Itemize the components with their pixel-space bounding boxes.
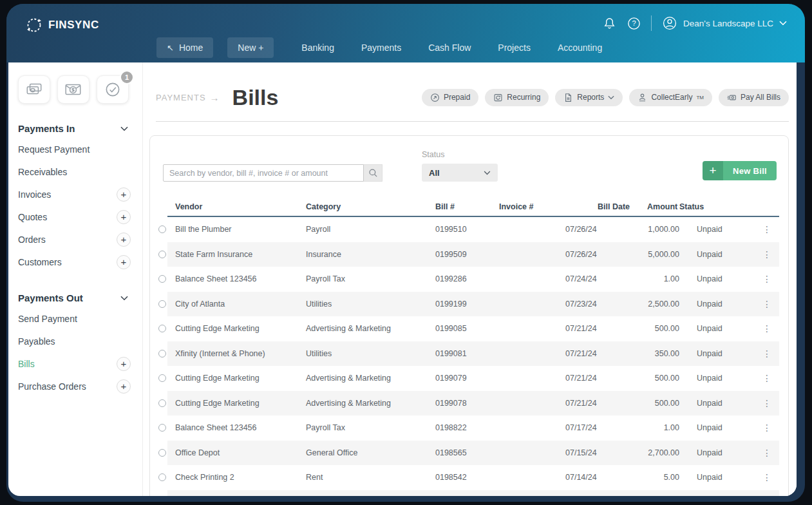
sidebar-item[interactable]: Customers + <box>18 251 131 273</box>
kebab-menu-icon[interactable]: ⋮ <box>762 400 771 406</box>
nav-item[interactable]: ↖ Payments <box>348 33 415 62</box>
table-row[interactable]: Cutting Edge Marketing Advertising & Mar… <box>158 366 779 391</box>
nav-item[interactable]: ↖ New + <box>227 37 274 58</box>
sidebar-item[interactable]: Request Payment + <box>18 138 131 160</box>
vendor-cell: Xfinity (Internet & Phone) <box>175 349 306 358</box>
row-select-radio[interactable] <box>158 449 166 457</box>
account-menu[interactable]: Dean's Landscape LLC <box>662 15 787 31</box>
kebab-menu-icon[interactable]: ⋮ <box>762 226 771 233</box>
vendor-cell: Cutting Edge Marketing <box>175 399 306 408</box>
nav-item[interactable]: ↖ Banking <box>288 33 348 62</box>
sidebar-item[interactable]: Orders + <box>18 228 131 251</box>
row-select-radio[interactable] <box>158 325 166 332</box>
quick-action-button[interactable]: 1 <box>97 75 129 104</box>
amount-cell: 1.00 <box>630 423 679 432</box>
sidebar-item[interactable]: Invoices + <box>18 183 131 205</box>
notifications-bell-icon[interactable] <box>602 16 616 30</box>
notification-badge: 1 <box>120 70 134 84</box>
row-select-radio[interactable] <box>158 251 166 258</box>
kebab-menu-icon[interactable]: ⋮ <box>762 350 771 357</box>
bills-card: Status All + New Bill <box>149 135 789 496</box>
kebab-menu-icon[interactable]: ⋮ <box>762 325 771 332</box>
action-pill-button[interactable]: Reports <box>555 89 623 106</box>
action-pill-button[interactable]: Recurring <box>485 89 549 106</box>
row-select-radio[interactable] <box>158 399 166 407</box>
bills-table: VendorCategoryBill #Invoice #Bill DateAm… <box>158 198 779 496</box>
svg-text:?: ? <box>632 19 636 27</box>
row-select-radio[interactable] <box>158 300 166 308</box>
add-button[interactable]: + <box>117 357 131 371</box>
status-filter-select[interactable]: All <box>422 164 498 182</box>
add-button[interactable]: + <box>117 187 131 202</box>
table-row[interactable]: Carmax Bank Charges 0198541 07/14/24 1.0… <box>158 490 779 497</box>
bill-date-cell: 07/26/24 <box>565 225 630 234</box>
nav-item[interactable]: ↖ Projects <box>484 33 544 62</box>
nav-item[interactable]: ↖ Cash Flow <box>415 33 484 62</box>
sidebar-item[interactable]: Send Payment + <box>18 307 131 330</box>
table-row[interactable]: Office Depot General Office 0198565 07/1… <box>158 441 779 466</box>
amount-cell: 5,000.00 <box>630 250 679 259</box>
vendor-cell: Cutting Edge Marketing <box>175 324 306 333</box>
row-select-radio[interactable] <box>158 374 166 382</box>
action-pill-button[interactable]: Pay All Bills <box>719 89 789 106</box>
bill-date-cell: 07/17/24 <box>565 423 630 432</box>
kebab-menu-icon[interactable]: ⋮ <box>762 301 771 307</box>
table-row[interactable]: City of Atlanta Utilities 0199199 07/23/… <box>158 292 779 317</box>
help-icon[interactable]: ? <box>627 16 641 30</box>
search-input[interactable] <box>163 164 364 182</box>
sidebar-item[interactable]: Receivables + <box>18 160 131 183</box>
table-row[interactable]: Cutting Edge Marketing Advertising & Mar… <box>158 316 779 341</box>
table-row[interactable]: State Farm Insurance Insurance 0199509 0… <box>158 242 779 267</box>
row-select-radio[interactable] <box>158 275 166 283</box>
quick-action-button[interactable] <box>18 75 50 104</box>
add-button[interactable]: + <box>117 233 131 247</box>
kebab-menu-icon[interactable]: ⋮ <box>762 450 771 456</box>
sidebar-section-header[interactable]: Payments In <box>18 123 128 134</box>
kebab-menu-icon[interactable]: ⋮ <box>762 251 771 258</box>
table-row[interactable]: Balance Sheet 123456 Payroll Tax 0199286… <box>158 267 779 292</box>
sidebar-section-header[interactable]: Payments Out <box>18 292 128 303</box>
bill-date-cell: 07/21/24 <box>565 374 630 383</box>
action-pill-button[interactable]: Prepaid <box>422 89 478 106</box>
nav-item[interactable]: ↖ Home <box>156 37 213 58</box>
kebab-menu-icon[interactable]: ⋮ <box>762 375 771 381</box>
sidebar-item[interactable]: Quotes + <box>18 205 131 228</box>
row-select-radio[interactable] <box>158 473 166 481</box>
row-select-radio[interactable] <box>158 424 166 432</box>
bill-number-cell: 0199286 <box>435 274 499 283</box>
top-header: FINSYNC ? Dean's Landscape LLC ↖ Home <box>6 4 805 62</box>
add-button[interactable]: + <box>117 210 131 224</box>
quick-action-button[interactable] <box>57 75 90 104</box>
action-pill-button[interactable]: CollectEarlyTM <box>629 89 712 106</box>
sidebar-item[interactable]: Purchase Orders + <box>18 375 131 397</box>
table-row[interactable]: Check Printing 2 Rent 0198542 07/14/24 5… <box>158 465 779 490</box>
header-divider <box>651 15 652 31</box>
add-button[interactable]: + <box>117 379 131 394</box>
kebab-menu-icon[interactable]: ⋮ <box>762 424 771 431</box>
category-cell: Payroll <box>306 225 435 234</box>
kebab-menu-icon[interactable]: ⋮ <box>762 474 771 481</box>
table-row[interactable]: Balance Sheet 123456 Payroll Tax 0198822… <box>158 415 779 441</box>
vendor-cell: Check Printing 2 <box>175 473 306 482</box>
table-row[interactable]: Xfinity (Internet & Phone) Utilities 019… <box>158 341 779 367</box>
chevron-down-icon <box>608 93 614 102</box>
sidebar-item[interactable]: Bills + <box>18 352 131 375</box>
nav-item[interactable]: ↖ Accounting <box>544 33 616 62</box>
row-select-radio[interactable] <box>158 225 166 233</box>
table-row[interactable]: Cutting Edge Marketing Advertising & Mar… <box>158 391 779 416</box>
new-bill-button[interactable]: + New Bill <box>703 161 777 180</box>
category-cell: Utilities <box>306 300 435 309</box>
search-button[interactable] <box>364 164 382 182</box>
category-cell: Payroll Tax <box>306 274 435 283</box>
status-cell: Unpaid <box>679 374 755 383</box>
row-select-radio[interactable] <box>158 350 166 357</box>
sync-icon <box>26 17 42 33</box>
divider <box>156 121 789 122</box>
breadcrumb[interactable]: PAYMENTS <box>156 93 206 102</box>
kebab-menu-icon[interactable]: ⋮ <box>762 276 771 282</box>
finsync-logo[interactable]: FINSYNC <box>26 17 99 33</box>
sidebar-item[interactable]: Payables + <box>18 330 131 352</box>
add-button[interactable]: + <box>117 255 131 269</box>
table-row[interactable]: Bill the Plumber Payroll 0199510 07/26/2… <box>158 217 779 242</box>
status-cell: Unpaid <box>679 274 755 283</box>
